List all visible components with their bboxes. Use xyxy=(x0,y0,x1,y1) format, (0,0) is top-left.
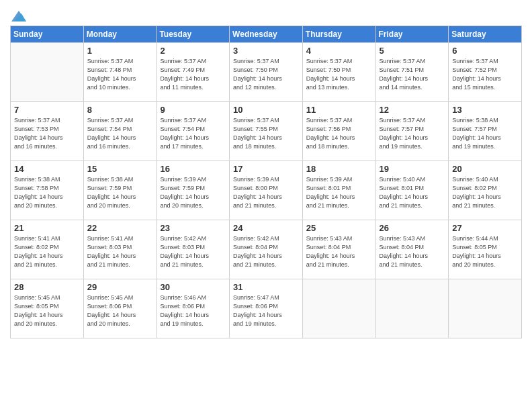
day-info: Sunrise: 5:46 AM Sunset: 8:06 PM Dayligh… xyxy=(160,293,226,328)
calendar-cell: 24Sunrise: 5:42 AM Sunset: 8:04 PM Dayli… xyxy=(230,220,303,279)
logo-icon xyxy=(11,11,26,21)
calendar-cell xyxy=(11,43,84,102)
calendar-header-thursday: Thursday xyxy=(302,26,375,43)
day-info: Sunrise: 5:37 AM Sunset: 7:57 PM Dayligh… xyxy=(380,116,445,151)
calendar-cell: 19Sunrise: 5:40 AM Sunset: 8:01 PM Dayli… xyxy=(375,161,449,220)
day-info: Sunrise: 5:37 AM Sunset: 7:51 PM Dayligh… xyxy=(380,57,445,92)
calendar-cell: 26Sunrise: 5:43 AM Sunset: 8:04 PM Dayli… xyxy=(375,220,449,279)
calendar-week-row: 28Sunrise: 5:45 AM Sunset: 8:05 PM Dayli… xyxy=(11,279,522,338)
calendar-cell xyxy=(449,279,522,338)
day-number: 9 xyxy=(160,105,226,115)
day-number: 10 xyxy=(233,105,299,115)
day-info: Sunrise: 5:39 AM Sunset: 7:59 PM Dayligh… xyxy=(160,175,226,210)
day-number: 17 xyxy=(233,164,299,174)
day-info: Sunrise: 5:47 AM Sunset: 8:06 PM Dayligh… xyxy=(233,293,299,328)
day-number: 20 xyxy=(452,164,518,174)
day-info: Sunrise: 5:37 AM Sunset: 7:53 PM Dayligh… xyxy=(14,116,80,151)
day-number: 22 xyxy=(87,223,153,233)
calendar-cell: 3Sunrise: 5:37 AM Sunset: 7:50 PM Daylig… xyxy=(230,43,303,102)
calendar-cell: 20Sunrise: 5:40 AM Sunset: 8:02 PM Dayli… xyxy=(449,161,522,220)
day-number: 2 xyxy=(160,46,226,56)
calendar-cell: 4Sunrise: 5:37 AM Sunset: 7:50 PM Daylig… xyxy=(302,43,375,102)
calendar-cell: 15Sunrise: 5:38 AM Sunset: 7:59 PM Dayli… xyxy=(83,161,157,220)
calendar-cell: 12Sunrise: 5:37 AM Sunset: 7:57 PM Dayli… xyxy=(375,102,449,161)
day-number: 27 xyxy=(452,223,518,233)
calendar-cell: 27Sunrise: 5:44 AM Sunset: 8:05 PM Dayli… xyxy=(449,220,522,279)
calendar-week-row: 7Sunrise: 5:37 AM Sunset: 7:53 PM Daylig… xyxy=(11,102,522,161)
day-info: Sunrise: 5:39 AM Sunset: 8:00 PM Dayligh… xyxy=(233,175,299,210)
day-number: 30 xyxy=(160,282,226,292)
calendar-cell: 7Sunrise: 5:37 AM Sunset: 7:53 PM Daylig… xyxy=(11,102,84,161)
day-number: 19 xyxy=(380,164,445,174)
calendar-cell: 14Sunrise: 5:38 AM Sunset: 7:58 PM Dayli… xyxy=(11,161,84,220)
day-info: Sunrise: 5:37 AM Sunset: 7:50 PM Dayligh… xyxy=(233,57,299,92)
day-info: Sunrise: 5:38 AM Sunset: 7:57 PM Dayligh… xyxy=(452,116,518,151)
calendar-header-monday: Monday xyxy=(83,26,157,43)
day-number: 24 xyxy=(233,223,299,233)
day-info: Sunrise: 5:42 AM Sunset: 8:04 PM Dayligh… xyxy=(233,234,299,269)
day-number: 11 xyxy=(306,105,372,115)
calendar-cell: 6Sunrise: 5:37 AM Sunset: 7:52 PM Daylig… xyxy=(449,43,522,102)
calendar-cell: 21Sunrise: 5:41 AM Sunset: 8:02 PM Dayli… xyxy=(11,220,84,279)
day-info: Sunrise: 5:45 AM Sunset: 8:05 PM Dayligh… xyxy=(14,293,80,328)
day-info: Sunrise: 5:37 AM Sunset: 7:54 PM Dayligh… xyxy=(160,116,226,151)
day-info: Sunrise: 5:44 AM Sunset: 8:05 PM Dayligh… xyxy=(452,234,518,269)
calendar-cell: 23Sunrise: 5:42 AM Sunset: 8:03 PM Dayli… xyxy=(157,220,230,279)
day-info: Sunrise: 5:37 AM Sunset: 7:56 PM Dayligh… xyxy=(306,116,372,151)
calendar-header-tuesday: Tuesday xyxy=(157,26,230,43)
day-info: Sunrise: 5:41 AM Sunset: 8:02 PM Dayligh… xyxy=(14,234,80,269)
calendar-cell: 1Sunrise: 5:37 AM Sunset: 7:48 PM Daylig… xyxy=(83,43,157,102)
calendar-cell: 29Sunrise: 5:45 AM Sunset: 8:06 PM Dayli… xyxy=(83,279,157,338)
calendar-header-row: SundayMondayTuesdayWednesdayThursdayFrid… xyxy=(11,26,522,43)
calendar-body: 1Sunrise: 5:37 AM Sunset: 7:48 PM Daylig… xyxy=(11,43,522,338)
calendar-cell: 22Sunrise: 5:41 AM Sunset: 8:03 PM Dayli… xyxy=(83,220,157,279)
day-number: 28 xyxy=(14,282,80,292)
calendar-header-sunday: Sunday xyxy=(11,26,84,43)
day-number: 21 xyxy=(14,223,80,233)
calendar-week-row: 1Sunrise: 5:37 AM Sunset: 7:48 PM Daylig… xyxy=(11,43,522,102)
calendar-cell: 13Sunrise: 5:38 AM Sunset: 7:57 PM Dayli… xyxy=(449,102,522,161)
calendar-cell: 8Sunrise: 5:37 AM Sunset: 7:54 PM Daylig… xyxy=(83,102,157,161)
day-info: Sunrise: 5:37 AM Sunset: 7:54 PM Dayligh… xyxy=(87,116,153,151)
calendar-cell: 16Sunrise: 5:39 AM Sunset: 7:59 PM Dayli… xyxy=(157,161,230,220)
day-info: Sunrise: 5:38 AM Sunset: 7:58 PM Dayligh… xyxy=(14,175,80,210)
calendar-cell: 25Sunrise: 5:43 AM Sunset: 8:04 PM Dayli… xyxy=(302,220,375,279)
day-info: Sunrise: 5:41 AM Sunset: 8:03 PM Dayligh… xyxy=(87,234,153,269)
day-info: Sunrise: 5:40 AM Sunset: 8:01 PM Dayligh… xyxy=(380,175,445,210)
calendar-week-row: 14Sunrise: 5:38 AM Sunset: 7:58 PM Dayli… xyxy=(11,161,522,220)
calendar-cell: 10Sunrise: 5:37 AM Sunset: 7:55 PM Dayli… xyxy=(230,102,303,161)
day-info: Sunrise: 5:37 AM Sunset: 7:48 PM Dayligh… xyxy=(87,57,153,92)
day-info: Sunrise: 5:37 AM Sunset: 7:50 PM Dayligh… xyxy=(306,57,372,92)
day-number: 8 xyxy=(87,105,153,115)
day-info: Sunrise: 5:37 AM Sunset: 7:52 PM Dayligh… xyxy=(452,57,518,92)
day-number: 6 xyxy=(452,46,518,56)
calendar-table: SundayMondayTuesdayWednesdayThursdayFrid… xyxy=(10,26,522,338)
day-number: 4 xyxy=(306,46,372,56)
calendar-cell: 28Sunrise: 5:45 AM Sunset: 8:05 PM Dayli… xyxy=(11,279,84,338)
logo xyxy=(10,11,26,21)
day-number: 7 xyxy=(14,105,80,115)
day-info: Sunrise: 5:42 AM Sunset: 8:03 PM Dayligh… xyxy=(160,234,226,269)
day-number: 5 xyxy=(380,46,445,56)
calendar-week-row: 21Sunrise: 5:41 AM Sunset: 8:02 PM Dayli… xyxy=(11,220,522,279)
calendar-cell xyxy=(302,279,375,338)
day-number: 15 xyxy=(87,164,153,174)
calendar-cell: 9Sunrise: 5:37 AM Sunset: 7:54 PM Daylig… xyxy=(157,102,230,161)
day-number: 3 xyxy=(233,46,299,56)
calendar-cell: 2Sunrise: 5:37 AM Sunset: 7:49 PM Daylig… xyxy=(157,43,230,102)
calendar-cell: 31Sunrise: 5:47 AM Sunset: 8:06 PM Dayli… xyxy=(230,279,303,338)
day-number: 25 xyxy=(306,223,372,233)
day-number: 23 xyxy=(160,223,226,233)
day-info: Sunrise: 5:37 AM Sunset: 7:55 PM Dayligh… xyxy=(233,116,299,151)
day-number: 29 xyxy=(87,282,153,292)
calendar-cell: 30Sunrise: 5:46 AM Sunset: 8:06 PM Dayli… xyxy=(157,279,230,338)
day-info: Sunrise: 5:43 AM Sunset: 8:04 PM Dayligh… xyxy=(306,234,372,269)
day-number: 31 xyxy=(233,282,299,292)
calendar-header-wednesday: Wednesday xyxy=(230,26,303,43)
calendar-cell: 18Sunrise: 5:39 AM Sunset: 8:01 PM Dayli… xyxy=(302,161,375,220)
day-info: Sunrise: 5:37 AM Sunset: 7:49 PM Dayligh… xyxy=(160,57,226,92)
day-info: Sunrise: 5:38 AM Sunset: 7:59 PM Dayligh… xyxy=(87,175,153,210)
day-number: 18 xyxy=(306,164,372,174)
calendar-cell: 17Sunrise: 5:39 AM Sunset: 8:00 PM Dayli… xyxy=(230,161,303,220)
calendar-cell xyxy=(375,279,449,338)
